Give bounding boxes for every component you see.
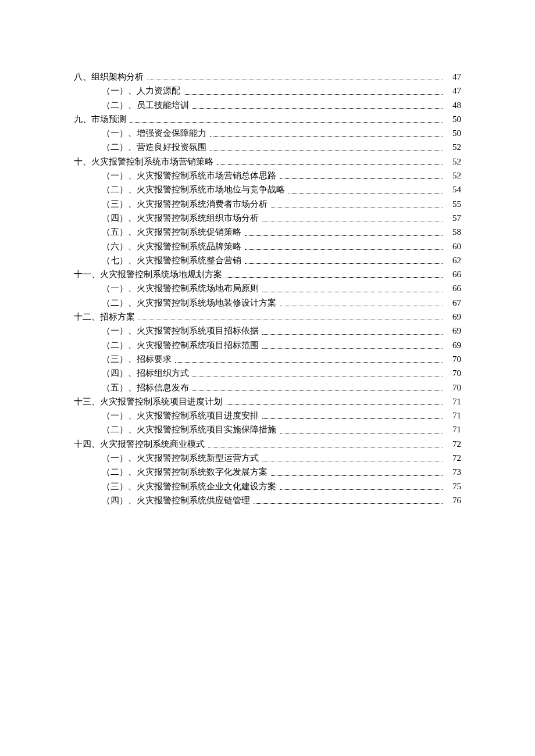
toc-entry-title: 十二、招标方案 [74,310,135,324]
toc-entry-title: （三）、火灾报警控制系统消费者市场分析 [102,197,268,211]
toc-entry-page: 66 [445,267,461,281]
toc-entry-page: 72 [445,451,461,465]
toc-leader-dots [254,497,443,504]
toc-leader-dots [147,73,443,80]
toc-leader-dots [280,299,443,306]
toc-leader-dots [130,116,443,123]
toc-section-10-5[interactable]: （五）、火灾报警控制系统促销策略58 [74,225,461,239]
toc-section-14-4[interactable]: （四）、火灾报警控制系统供应链管理76 [74,493,461,507]
toc-section-8-2[interactable]: （二）、员工技能培训48 [74,98,461,112]
toc-leader-dots [262,327,443,334]
toc-entry-page: 69 [445,324,461,338]
toc-entry-page: 70 [445,352,461,366]
toc-section-12[interactable]: 十二、招标方案69 [74,310,461,324]
toc-leader-dots [245,257,443,264]
toc-leader-dots [262,342,443,349]
toc-leader-dots [226,398,443,405]
page-container: 八、组织架构分析47（一）、人力资源配47（二）、员工技能培训48九、市场预测5… [0,0,535,756]
toc-leader-dots [280,426,443,433]
toc-leader-dots [280,172,443,179]
toc-leader-dots [280,483,443,490]
toc-leader-dots [262,454,443,461]
toc-entry-page: 62 [445,253,461,267]
toc-entry-page: 52 [445,155,461,169]
toc-entry-page: 60 [445,239,461,253]
toc-entry-title: 九、市场预测 [74,112,126,126]
toc-section-10[interactable]: 十、火灾报警控制系统市场营销策略52 [74,155,461,169]
toc-section-9[interactable]: 九、市场预测50 [74,112,461,126]
toc-entry-page: 50 [445,112,461,126]
toc-leader-dots [192,102,443,109]
toc-leader-dots [210,130,443,137]
toc-section-14-1[interactable]: （一）、火灾报警控制系统新型运营方式72 [74,451,461,465]
toc-entry-page: 71 [445,409,461,422]
toc-entry-title: （二）、火灾报警控制系统市场地位与竞争战略 [102,182,285,196]
toc-entry-title: （二）、员工技能培训 [102,98,189,112]
toc-entry-page: 69 [445,338,461,352]
toc-entry-title: 八、组织架构分析 [74,70,144,84]
toc-leader-dots [138,313,443,320]
toc-leader-dots [217,158,443,165]
toc-section-10-7[interactable]: （七）、火灾报警控制系统整合营销62 [74,253,461,267]
toc-entry-page: 75 [445,479,461,493]
toc-section-9-2[interactable]: （二）、营造良好投资氛围52 [74,140,461,154]
toc-entry-page: 73 [445,465,461,479]
toc-section-14-3[interactable]: （三）、火灾报警控制系统企业文化建设方案75 [74,479,461,493]
toc-entry-title: 十、火灾报警控制系统市场营销策略 [74,155,213,169]
toc-leader-dots [271,468,443,475]
toc-leader-dots [192,384,443,391]
toc-section-11-2[interactable]: （二）、火灾报警控制系统场地装修设计方案67 [74,296,461,310]
toc-entry-page: 48 [445,98,461,112]
toc-entry-title: （二）、火灾报警控制系统项目招标范围 [102,338,259,352]
toc-section-10-4[interactable]: （四）、火灾报警控制系统组织市场分析57 [74,211,461,225]
toc-entry-title: 十四、火灾报警控制系统商业模式 [74,437,205,451]
toc-entry-title: （一）、火灾报警控制系统项目招标依据 [102,324,259,338]
toc-section-8-1[interactable]: （一）、人力资源配47 [74,84,461,98]
toc-section-12-3[interactable]: （三）、招标要求70 [74,352,461,366]
toc-section-10-6[interactable]: （六）、火灾报警控制系统品牌策略60 [74,239,461,253]
toc-entry-title: （二）、火灾报警控制系统数字化发展方案 [102,465,268,479]
toc-entry-title: （一）、火灾报警控制系统场地布局原则 [102,281,259,295]
toc-entry-title: （一）、人力资源配 [102,84,180,98]
toc-section-10-3[interactable]: （三）、火灾报警控制系统消费者市场分析55 [74,197,461,211]
toc-entry-page: 67 [445,296,461,310]
toc-entry-title: （五）、招标信息发布 [102,381,189,395]
toc-leader-dots [184,87,443,94]
toc-entry-title: 十三、火灾报警控制系统项目进度计划 [74,395,222,409]
toc-leader-dots [245,228,443,235]
toc-section-11-1[interactable]: （一）、火灾报警控制系统场地布局原则66 [74,281,461,295]
toc-leader-dots [262,412,443,419]
toc-section-13-1[interactable]: （一）、火灾报警控制系统项目进度安排71 [74,409,461,422]
toc-entry-title: （四）、招标组织方式 [102,366,189,380]
toc-entry-page: 58 [445,225,461,239]
toc-section-8[interactable]: 八、组织架构分析47 [74,70,461,84]
toc-leader-dots [210,144,443,151]
toc-section-10-1[interactable]: （一）、火灾报警控制系统市场营销总体思路52 [74,169,461,182]
toc-entry-title: （五）、火灾报警控制系统促销策略 [102,225,241,239]
toc-section-12-1[interactable]: （一）、火灾报警控制系统项目招标依据69 [74,324,461,338]
toc-section-14-2[interactable]: （二）、火灾报警控制系统数字化发展方案73 [74,465,461,479]
toc-entry-title: （二）、营造良好投资氛围 [102,140,206,154]
toc-entry-page: 71 [445,422,461,436]
toc-section-14[interactable]: 十四、火灾报警控制系统商业模式72 [74,437,461,451]
toc-section-13[interactable]: 十三、火灾报警控制系统项目进度计划71 [74,395,461,409]
toc-entry-title: （二）、火灾报警控制系统项目实施保障措施 [102,422,276,436]
toc-leader-dots [245,243,443,250]
toc-section-10-2[interactable]: （二）、火灾报警控制系统市场地位与竞争战略54 [74,182,461,196]
toc-section-13-2[interactable]: （二）、火灾报警控制系统项目实施保障措施71 [74,422,461,436]
toc-section-12-2[interactable]: （二）、火灾报警控制系统项目招标范围69 [74,338,461,352]
toc-entry-page: 69 [445,310,461,324]
toc-leader-dots [208,440,443,447]
toc-entry-page: 52 [445,140,461,154]
toc-section-9-1[interactable]: （一）、增强资金保障能力50 [74,126,461,140]
toc-entry-page: 54 [445,182,461,196]
toc-leader-dots [288,186,443,193]
toc-entry-title: （一）、火灾报警控制系统市场营销总体思路 [102,169,276,182]
toc-leader-dots [271,200,443,207]
toc-entry-title: （二）、火灾报警控制系统场地装修设计方案 [102,296,276,310]
toc-entry-page: 47 [445,84,461,98]
toc-section-12-5[interactable]: （五）、招标信息发布70 [74,381,461,395]
toc-entry-title: （七）、火灾报警控制系统整合营销 [102,253,241,267]
toc-section-11[interactable]: 十一、火灾报警控制系统场地规划方案66 [74,267,461,281]
toc-section-12-4[interactable]: （四）、招标组织方式70 [74,366,461,380]
